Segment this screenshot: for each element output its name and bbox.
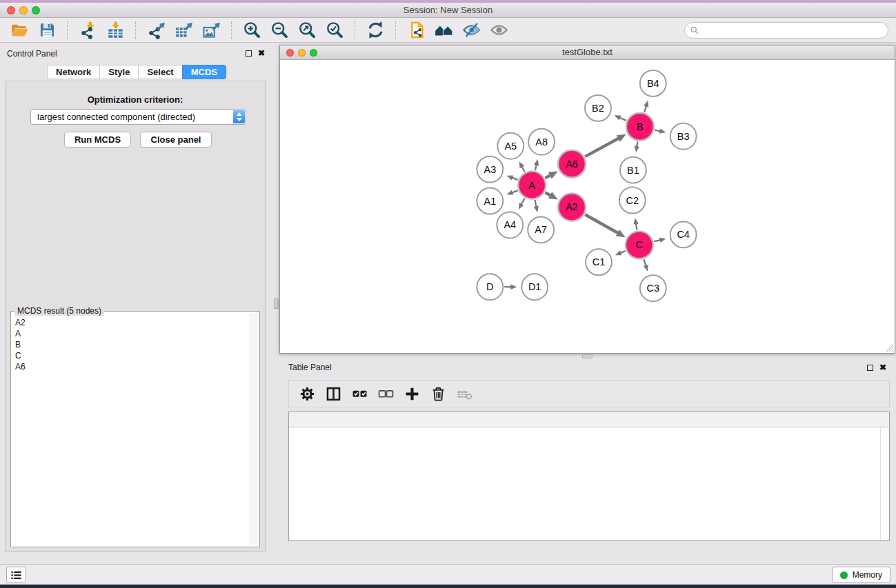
zoom-fit-icon[interactable]	[293, 19, 321, 41]
edge-A6-B[interactable]	[585, 134, 626, 156]
double-house-icon[interactable]	[430, 19, 457, 41]
edge-C-C4[interactable]	[654, 238, 666, 243]
node-label: C2	[626, 195, 639, 206]
network-node-B3[interactable]: B3	[670, 123, 697, 150]
control-tab-select[interactable]: Select	[138, 65, 182, 79]
network-node-C4[interactable]: C4	[670, 221, 697, 247]
network-node-C2[interactable]: C2	[619, 187, 646, 214]
edge-B-B2[interactable]	[615, 115, 626, 121]
mcds-result-list: A2ABCA6	[11, 314, 248, 545]
network-minimize-traffic-light[interactable]	[298, 49, 306, 57]
control-tab-mcds[interactable]: MCDS	[182, 65, 226, 79]
result-item[interactable]: A	[15, 328, 248, 339]
save-session-icon[interactable]	[33, 19, 61, 41]
float-panel-icon[interactable]	[246, 50, 252, 57]
float-table-panel-icon[interactable]	[867, 365, 873, 371]
refresh-icon[interactable]	[361, 19, 389, 41]
edge-A-A5[interactable]	[519, 161, 525, 172]
minimize-traffic-light[interactable]	[19, 6, 28, 14]
result-item[interactable]: A2	[15, 317, 248, 328]
zoom-traffic-light[interactable]	[32, 6, 40, 14]
search-input[interactable]	[684, 22, 888, 39]
result-item[interactable]: A6	[15, 361, 248, 372]
add-column-icon[interactable]	[401, 383, 423, 405]
network-close-traffic-light[interactable]	[286, 49, 294, 57]
export-table-icon[interactable]	[170, 19, 197, 41]
control-panel: Control Panel ✖ NetworkStyleSelectMCDS O…	[0, 43, 273, 564]
network-node-A2[interactable]: A2	[558, 194, 586, 221]
export-network-icon[interactable]	[142, 19, 170, 41]
network-node-B[interactable]: B	[626, 113, 654, 141]
network-node-A[interactable]: A	[518, 172, 546, 199]
new-network-from-selection-icon[interactable]	[402, 19, 430, 41]
edge-C-C3[interactable]	[644, 259, 648, 271]
result-item[interactable]: B	[15, 339, 248, 350]
network-node-A1[interactable]: A1	[477, 188, 503, 214]
delete-column-icon[interactable]	[427, 383, 449, 405]
import-table-icon[interactable]	[101, 19, 129, 41]
network-node-A6[interactable]: A6	[558, 150, 586, 178]
network-node-C1[interactable]: C1	[586, 249, 612, 275]
network-node-B1[interactable]: B1	[620, 157, 646, 183]
network-node-C3[interactable]: C3	[640, 275, 666, 301]
edge-A-A7[interactable]	[534, 200, 539, 212]
network-node-B4[interactable]: B4	[640, 70, 666, 97]
close-panel-icon[interactable]: ✖	[258, 49, 265, 57]
control-tab-style[interactable]: Style	[99, 65, 139, 79]
zoom-in-icon[interactable]	[238, 19, 266, 41]
zoom-selected-icon[interactable]	[321, 19, 348, 41]
close-traffic-light[interactable]	[7, 6, 15, 14]
table-scrollbar[interactable]	[880, 427, 889, 540]
run-mcds-button[interactable]: Run MCDS	[64, 132, 131, 148]
result-scrollbar[interactable]	[250, 313, 259, 545]
split-columns-icon[interactable]	[322, 383, 344, 405]
edge-A-A1[interactable]	[507, 190, 518, 195]
close-table-panel-icon[interactable]: ✖	[879, 363, 886, 372]
network-node-C[interactable]: C	[626, 231, 653, 258]
close-panel-button[interactable]: Close panel	[140, 132, 212, 148]
edge-A-A8[interactable]	[534, 159, 539, 170]
import-network-icon[interactable]	[74, 19, 101, 41]
network-node-A8[interactable]: A8	[528, 129, 555, 155]
resize-grip-icon[interactable]	[885, 343, 894, 352]
edge-B-B3[interactable]	[655, 129, 666, 134]
network-node-D[interactable]: D	[477, 274, 503, 300]
mcds-result-box: MCDS result (5 nodes) A2ABCA6	[10, 311, 260, 547]
show-all-eye-icon[interactable]	[485, 19, 512, 41]
edge-C-C1[interactable]	[615, 250, 626, 255]
network-canvas[interactable]: B4B2BB3A5A8A6B1A3AA1C2A2A4A7C4CC1C3DD1	[280, 61, 895, 353]
edge-D-D1[interactable]	[504, 284, 517, 289]
zoom-out-icon[interactable]	[266, 19, 293, 41]
result-item[interactable]: C	[15, 350, 248, 361]
memory-button[interactable]: Memory	[832, 567, 890, 583]
open-session-icon[interactable]	[6, 19, 33, 41]
criterion-dropdown[interactable]: largest connected component (directed)	[30, 109, 246, 125]
network-node-A7[interactable]: A7	[528, 216, 554, 243]
select-all-checkboxes-icon[interactable]	[348, 383, 370, 405]
vertical-splitter-handle[interactable]	[274, 298, 279, 309]
task-history-button[interactable]	[6, 567, 26, 583]
edge-A-A2[interactable]	[545, 192, 558, 199]
edge-A-A3[interactable]	[507, 175, 518, 180]
network-node-A4[interactable]: A4	[497, 212, 523, 238]
edge-C-C2[interactable]	[633, 218, 638, 230]
network-node-D1[interactable]: D1	[521, 274, 548, 300]
network-node-B2[interactable]: B2	[585, 95, 611, 121]
control-tab-network[interactable]: Network	[47, 65, 100, 79]
table-settings-gear-icon[interactable]	[296, 383, 318, 405]
network-node-A5[interactable]: A5	[497, 133, 524, 159]
table-panel: Table Panel ✖	[279, 358, 896, 564]
edge-B-B1[interactable]	[635, 141, 639, 152]
edge-B-B4[interactable]	[644, 101, 648, 112]
node-label: A6	[566, 159, 578, 170]
network-zoom-traffic-light[interactable]	[310, 49, 317, 57]
export-image-icon[interactable]	[197, 19, 225, 41]
deselect-all-checkboxes-icon[interactable]	[375, 383, 397, 405]
edge-A-A6[interactable]	[546, 171, 558, 179]
hide-selected-eye-slash-icon[interactable]	[457, 19, 485, 41]
node-label: B4	[647, 78, 659, 89]
edge-A-A4[interactable]	[519, 199, 525, 210]
edge-A2-C[interactable]	[585, 214, 626, 237]
node-label: D1	[528, 281, 541, 292]
network-node-A3[interactable]: A3	[477, 156, 503, 183]
